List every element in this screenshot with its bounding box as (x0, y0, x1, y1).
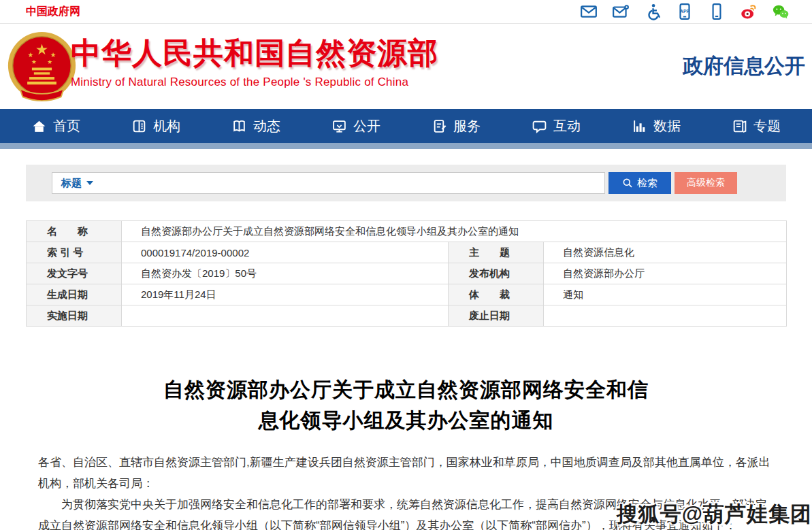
table-row: 生成日期 2019年11月24日 体 裁 通知 (27, 284, 787, 305)
caret-down-icon[interactable] (86, 181, 93, 185)
subject-value: 自然资源信息化 (544, 242, 787, 263)
nav-item-interaction[interactable]: 互动 (532, 117, 581, 135)
svg-text:★: ★ (31, 59, 37, 65)
nav-item-disclosure[interactable]: 公开 (331, 117, 380, 135)
advanced-search-button[interactable]: 高级检索 (675, 172, 737, 194)
svg-text:APP: APP (680, 9, 689, 14)
sohu-watermark: 搜狐号@葫芦娃集团 (617, 500, 812, 529)
wechat-icon[interactable] (772, 3, 790, 20)
genre-value: 通知 (544, 284, 787, 305)
svg-text:★: ★ (50, 51, 56, 59)
accessibility-icon[interactable] (644, 3, 662, 20)
gov-info-disclosure-title: 政府信息公开 (683, 52, 805, 80)
table-row: 索 引 号 000019174/2019-00002 主 题 自然资源信息化 (27, 242, 787, 263)
nav-item-home[interactable]: 首页 (31, 117, 80, 135)
organization-icon (131, 118, 147, 134)
nav-label: 机构 (153, 117, 180, 135)
table-row: 发文字号 自然资办发〔2019〕50号 发布机构 自然资源部办公厅 (27, 263, 787, 284)
weibo-icon[interactable] (740, 3, 758, 20)
created-date-label: 生成日期 (27, 284, 122, 305)
main-nav: 首页 机构 动态 公开 服务 互动 数据 专题 (0, 109, 812, 143)
nav-label: 首页 (53, 117, 80, 135)
news-book-icon (231, 118, 247, 134)
gov-portal-link[interactable]: 中国政府网 (26, 5, 80, 19)
search-button[interactable]: 检索 (608, 172, 671, 194)
home-icon (31, 118, 47, 134)
doc-number-value: 自然资办发〔2019〕50号 (122, 263, 449, 284)
index-number-label: 索 引 号 (27, 242, 122, 263)
nav-accent-strip (0, 143, 812, 149)
nav-item-news[interactable]: 动态 (231, 117, 280, 135)
name-label: 名 称 (27, 221, 122, 242)
nav-label: 数据 (653, 117, 681, 135)
genre-label: 体 裁 (449, 284, 544, 305)
document-info-table: 名 称 自然资源部办公厅关于成立自然资源部网络安全和信息化领导小组及其办公室的通… (26, 220, 787, 327)
page: 中国政府网 APP (0, 0, 812, 530)
index-number-value: 000019174/2019-00002 (122, 242, 449, 263)
article-paragraph: 各省、自治区、直辖市自然资源主管部门,新疆生产建设兵团自然资源主管部门，国家林业… (38, 452, 774, 494)
search-button-label: 检索 (637, 177, 657, 190)
article-title-line: 自然资源部办公厅关于成立自然资源部网络安全和信 (38, 374, 774, 405)
topbar: 中国政府网 APP (0, 0, 812, 24)
nav-item-data[interactable]: 数据 (632, 117, 681, 135)
site-header: ★ ★ ★ ★ 中华人民共和国自然资源部 Ministry of Natural… (0, 24, 812, 109)
table-row: 实施日期 废止日期 (27, 305, 787, 327)
mail-settings-icon[interactable] (612, 3, 630, 20)
mail-icon[interactable] (580, 3, 598, 20)
nav-item-organization[interactable]: 机构 (131, 117, 180, 135)
article-title: 自然资源部办公厅关于成立自然资源部网络安全和信 息化领导小组及其办公室的通知 (38, 374, 774, 435)
svg-text:★: ★ (28, 51, 34, 59)
national-emblem-logo[interactable]: ★ ★ ★ ★ (5, 31, 78, 103)
issuing-agency-label: 发布机构 (449, 263, 544, 284)
topics-book-icon (732, 118, 747, 134)
disclosure-monitor-icon (331, 118, 347, 134)
nav-item-services[interactable]: 服务 (432, 117, 481, 135)
ministry-title-cn: 中华人民共和国自然资源部 (71, 33, 438, 73)
topbar-icons: APP (580, 3, 790, 20)
header-titles: 中华人民共和国自然资源部 Ministry of Natural Resourc… (71, 33, 438, 89)
effective-date-value (122, 305, 449, 327)
created-date-value: 2019年11月24日 (122, 284, 449, 305)
repeal-date-value (544, 305, 787, 327)
search-icon (622, 178, 633, 188)
ministry-title-en: Ministry of Natural Resources of the Peo… (71, 76, 438, 89)
effective-date-label: 实施日期 (27, 305, 122, 327)
search-input[interactable]: 标题 (52, 172, 605, 194)
nav-label: 专题 (753, 117, 781, 135)
search-field-selector[interactable]: 标题 (61, 177, 82, 190)
app-icon[interactable]: APP (676, 3, 694, 20)
article-title-line: 息化领导小组及其办公室的通知 (38, 405, 774, 435)
table-row: 名 称 自然资源部办公厅关于成立自然资源部网络安全和信息化领导小组及其办公室的通… (27, 221, 787, 242)
nav-item-topics[interactable]: 专题 (732, 117, 781, 135)
nav-label: 互动 (553, 117, 581, 135)
search-section: 标题 检索 高级检索 (26, 165, 786, 201)
issuing-agency-value: 自然资源部办公厅 (544, 263, 787, 284)
mobile-phone-icon[interactable] (708, 3, 726, 20)
nav-label: 公开 (353, 117, 380, 135)
service-clipboard-icon (432, 118, 447, 134)
nav-label: 动态 (253, 117, 280, 135)
data-chart-icon (632, 118, 647, 134)
nav-label: 服务 (453, 117, 481, 135)
name-value: 自然资源部办公厅关于成立自然资源部网络安全和信息化领导小组及其办公室的通知 (122, 221, 787, 242)
interact-chat-icon (532, 118, 547, 134)
doc-number-label: 发文字号 (27, 263, 122, 284)
repeal-date-label: 废止日期 (449, 305, 544, 327)
svg-text:★: ★ (47, 59, 52, 65)
subject-label: 主 题 (449, 242, 544, 263)
